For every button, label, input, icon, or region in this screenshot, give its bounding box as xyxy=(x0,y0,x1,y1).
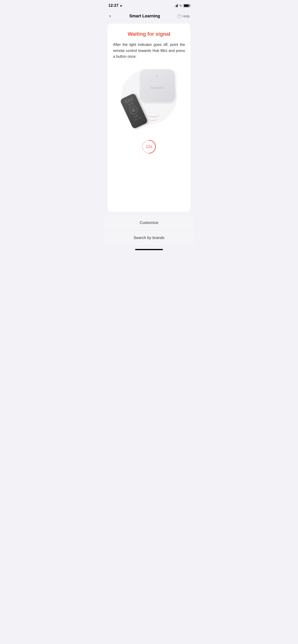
remote-btn-3 xyxy=(130,97,133,101)
customize-button[interactable]: Customize xyxy=(104,215,194,230)
signal-waves xyxy=(146,112,160,121)
status-time: 12:27 ► xyxy=(108,3,123,8)
spacer xyxy=(113,154,185,200)
remote-bottom-btn-1 xyxy=(134,114,139,118)
device-illustration: SwitchBot xyxy=(119,67,179,132)
signal-bars-icon xyxy=(174,4,178,7)
hub-mini-device: SwitchBot xyxy=(140,69,175,102)
remote-mid-buttons xyxy=(128,102,133,106)
remote-btn-4 xyxy=(128,104,131,106)
bottom-section: Customize Search by brands xyxy=(104,215,194,245)
remote-btn-7 xyxy=(138,116,141,119)
countdown-timer: 12s xyxy=(142,139,156,154)
status-icons: ∿ xyxy=(174,4,190,8)
remote-dpad-center xyxy=(131,108,136,113)
time-display: 12:27 xyxy=(108,3,118,8)
remote-btn-1 xyxy=(125,100,128,104)
back-icon: ‹ xyxy=(109,13,111,19)
remote-btn-2 xyxy=(127,98,131,103)
wifi-icon: ∿ xyxy=(179,4,182,8)
status-bar: 12:27 ► ∿ xyxy=(104,0,194,10)
waiting-title: Waiting for signal xyxy=(113,31,185,37)
help-label: Help xyxy=(182,14,190,18)
remote-btn-6 xyxy=(134,118,137,121)
help-circle-icon: ? xyxy=(177,14,181,18)
nav-header: ‹ Smart Learning ? Help xyxy=(104,10,194,24)
instruction-text: After the light indicator goes off, poin… xyxy=(113,42,185,60)
help-button[interactable]: ? Help xyxy=(177,14,190,18)
timer-container: 12s xyxy=(113,139,185,154)
hub-led-dot xyxy=(156,75,158,77)
remote-dpad xyxy=(128,104,139,116)
signal-wave-2 xyxy=(149,116,158,121)
home-indicator xyxy=(135,249,163,250)
battery-icon xyxy=(184,4,190,7)
hub-label: SwitchBot xyxy=(150,86,164,90)
remote-btn-5 xyxy=(131,102,133,105)
main-card: Waiting for signal After the light indic… xyxy=(107,24,191,212)
timer-value: 12s xyxy=(146,144,152,149)
back-button[interactable]: ‹ xyxy=(108,12,112,20)
search-brands-button[interactable]: Search by brands xyxy=(104,230,194,245)
location-arrow-icon: ► xyxy=(120,4,123,8)
page-title: Smart Learning xyxy=(112,14,177,18)
